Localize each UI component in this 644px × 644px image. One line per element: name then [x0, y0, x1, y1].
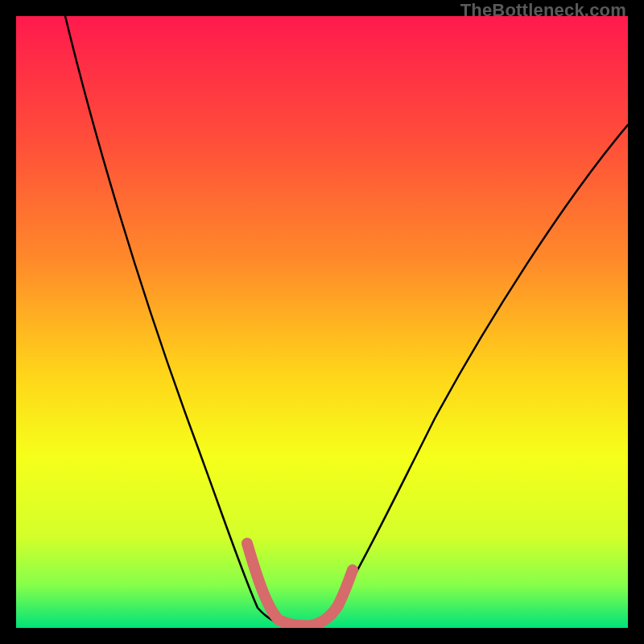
chart-svg — [16, 16, 628, 628]
plot-background — [16, 16, 628, 628]
chart-frame — [16, 16, 628, 628]
watermark-text: TheBottleneck.com — [460, 0, 626, 21]
